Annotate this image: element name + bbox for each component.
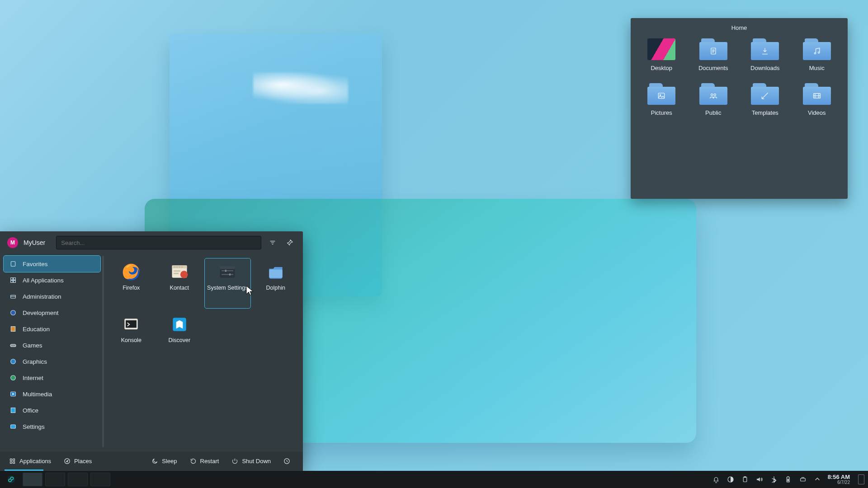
home-item-label: Desktop xyxy=(651,65,672,71)
app-label: Discover xyxy=(168,337,190,344)
discover-icon xyxy=(170,314,189,334)
cursor-icon xyxy=(246,286,254,296)
task-firefox[interactable] xyxy=(90,473,110,486)
sidebar-item-favorites[interactable]: Favorites xyxy=(4,256,100,272)
footer-label: Places xyxy=(74,458,92,465)
templates-icon xyxy=(751,83,779,105)
sidebar-item-development[interactable]: Development xyxy=(4,305,100,321)
clipboard-icon[interactable] xyxy=(741,475,749,483)
book-icon xyxy=(9,325,17,333)
home-item-documents[interactable]: Documents xyxy=(690,38,737,71)
fedora-icon xyxy=(7,475,15,483)
sidebar-item-administration[interactable]: Administration xyxy=(4,288,100,305)
tray-expand-icon[interactable] xyxy=(813,475,821,483)
sidebar-item-label: Office xyxy=(23,407,38,414)
home-item-downloads[interactable]: Downloads xyxy=(741,38,789,71)
settings-cat-icon xyxy=(9,422,17,431)
home-item-label: Music xyxy=(809,65,825,71)
public-icon xyxy=(699,83,727,105)
sidebar-item-label: Graphics xyxy=(23,358,47,365)
desktop-thumb-icon xyxy=(647,38,675,60)
leave-more-button[interactable] xyxy=(279,455,298,467)
sidebar-item-office[interactable]: Office xyxy=(4,402,100,418)
app-label: Firefox xyxy=(123,285,140,291)
app-label: Dolphin xyxy=(266,285,285,291)
task-konsole[interactable] xyxy=(23,473,42,486)
downloads-icon xyxy=(751,38,779,60)
sidebar-item-all-applications[interactable]: All Applications xyxy=(4,272,100,288)
battery-icon[interactable] xyxy=(784,475,793,483)
shutdown-button[interactable]: Shut Down xyxy=(227,455,275,467)
home-item-label: Videos xyxy=(808,109,826,116)
home-item-label: Templates xyxy=(752,109,778,116)
home-item-label: Pictures xyxy=(651,109,672,116)
sidebar-item-games[interactable]: Games xyxy=(4,337,100,353)
app-discover[interactable]: Discover xyxy=(157,311,203,361)
app-label: Kontact xyxy=(170,285,189,291)
sidebar-item-label: Games xyxy=(23,342,42,349)
office-icon xyxy=(9,406,17,414)
avatar[interactable]: M xyxy=(7,237,18,248)
home-item-public[interactable]: Public xyxy=(690,82,737,116)
sidebar-item-education[interactable]: Education xyxy=(4,321,100,337)
sidebar-item-label: Administration xyxy=(23,293,61,300)
search-field[interactable] xyxy=(61,239,256,246)
task-settings[interactable] xyxy=(45,473,65,486)
app-kontact[interactable]: Kontact xyxy=(157,258,203,308)
taskbar: 8:56 AM 6/7/22 xyxy=(0,471,868,488)
dev-icon xyxy=(9,309,17,317)
night-color-icon[interactable] xyxy=(726,475,735,483)
konsole-icon xyxy=(121,314,141,334)
home-item-pictures[interactable]: Pictures xyxy=(638,82,685,116)
home-item-label: Public xyxy=(705,109,721,116)
app-label: Konsole xyxy=(121,337,142,344)
sidebar-item-label: Favorites xyxy=(23,261,48,267)
app-firefox[interactable]: Firefox xyxy=(108,258,154,308)
footer-label: Applications xyxy=(19,458,51,465)
task-dolphin[interactable] xyxy=(68,473,88,486)
app-label: System Settings xyxy=(207,285,248,291)
app-konsole[interactable]: Konsole xyxy=(108,311,154,361)
bookmark-icon xyxy=(9,260,17,268)
sleep-button[interactable]: Sleep xyxy=(147,455,181,467)
clock[interactable]: 8:56 AM 6/7/22 xyxy=(828,474,852,485)
places-tab[interactable]: Places xyxy=(59,455,96,467)
sidebar-item-settings[interactable]: Settings xyxy=(4,418,100,435)
home-widget-title: Home xyxy=(635,22,843,36)
applications-tab[interactable]: Applications xyxy=(5,455,56,467)
home-item-videos[interactable]: Videos xyxy=(793,82,841,116)
restart-button[interactable]: Restart xyxy=(185,455,224,467)
favorites-grid: Firefox Kontact System Settings Dolphin … xyxy=(104,252,303,451)
volume-icon[interactable] xyxy=(755,475,764,483)
sidebar-item-graphics[interactable]: Graphics xyxy=(4,353,100,370)
bluetooth-icon[interactable] xyxy=(770,475,778,483)
svg-rect-9 xyxy=(174,273,179,274)
sidebar-item-label: Multimedia xyxy=(23,391,52,398)
globe-icon xyxy=(9,374,17,382)
sidebar-item-multimedia[interactable]: Multimedia xyxy=(4,386,100,402)
svg-rect-13 xyxy=(222,270,233,271)
videos-icon xyxy=(803,83,831,105)
network-icon[interactable] xyxy=(799,475,807,483)
pin-icon[interactable] xyxy=(284,237,296,249)
svg-rect-5 xyxy=(179,266,180,268)
show-desktop-button[interactable] xyxy=(858,474,864,484)
app-dolphin[interactable]: Dolphin xyxy=(253,258,299,308)
home-item-desktop[interactable]: Desktop xyxy=(638,38,685,71)
launcher-button[interactable] xyxy=(4,473,19,486)
svg-rect-15 xyxy=(222,274,233,275)
wallpaper-cloud xyxy=(253,72,348,104)
documents-icon xyxy=(699,38,727,60)
grid-icon xyxy=(9,276,17,284)
filter-icon[interactable] xyxy=(267,237,278,249)
username-label[interactable]: MyUser xyxy=(24,239,45,246)
notifications-icon[interactable] xyxy=(712,475,720,483)
gamepad-icon xyxy=(9,341,17,349)
home-item-music[interactable]: Music xyxy=(793,38,841,71)
home-item-templates[interactable]: Templates xyxy=(741,82,789,116)
sidebar-item-internet[interactable]: Internet xyxy=(4,370,100,386)
search-input[interactable] xyxy=(56,236,261,249)
app-system-settings[interactable]: System Settings xyxy=(205,258,250,308)
footer-label: Shut Down xyxy=(242,458,271,465)
home-folder-widget: Home Desktop Documents Downloads Music P… xyxy=(631,18,848,199)
